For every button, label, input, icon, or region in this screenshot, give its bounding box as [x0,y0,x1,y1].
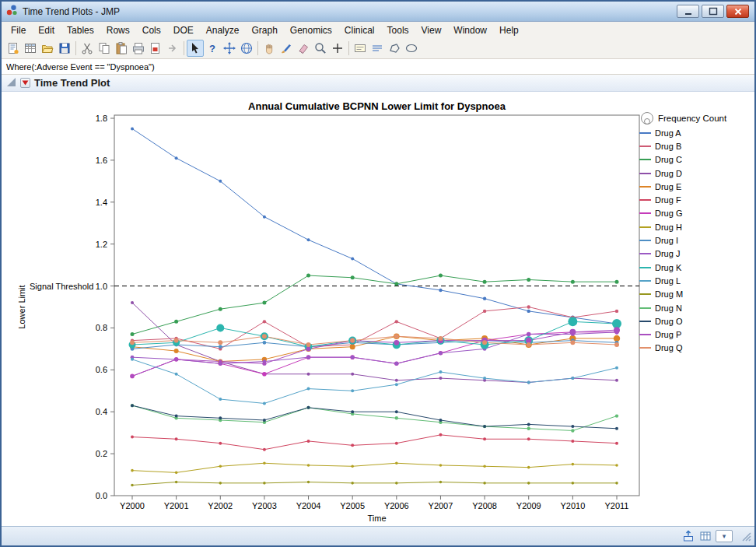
print-icon[interactable] [130,40,147,57]
disclosure-triangle-icon[interactable] [6,76,16,90]
legend-swatch [639,307,651,309]
red-triangle-menu[interactable] [20,78,30,88]
menu-rows[interactable]: Rows [100,23,136,37]
cut-icon[interactable] [79,40,96,57]
legend-label: Drug A [655,128,681,138]
svg-text:1.8: 1.8 [96,114,107,123]
toolbar: ? [2,38,754,59]
paste-icon[interactable] [113,40,130,57]
brush-icon[interactable] [278,40,295,57]
maximize-button[interactable] [702,5,724,18]
legend-item-drug-g[interactable]: Drug G [639,207,753,220]
lines-icon[interactable] [369,40,386,57]
menu-window[interactable]: Window [447,23,493,37]
menu-doe[interactable]: DOE [167,23,200,37]
window-title: Time Trend Plots - JMP [23,6,120,17]
svg-text:Y2005: Y2005 [340,501,365,510]
eraser-icon[interactable] [295,40,312,57]
legend-label: Drug I [655,236,678,245]
toolbar-separator [348,41,349,55]
menu-genomics[interactable]: Genomics [284,23,338,37]
pdf-icon[interactable] [147,40,164,57]
chart-legend: Frequency CountDrug ADrug BDrug CDrug DD… [639,110,753,355]
legend-swatch [639,173,651,174]
help-icon[interactable]: ? [204,40,221,57]
save-icon[interactable] [56,40,73,57]
data-grid-icon[interactable] [698,529,712,543]
menu-tools[interactable]: Tools [381,23,415,37]
resize-grip[interactable] [740,531,752,542]
legend-item-drug-e[interactable]: Drug E [639,180,753,193]
menu-help[interactable]: Help [493,23,525,37]
legend-item-drug-j[interactable]: Drug J [639,247,753,261]
legend-item-drug-m[interactable]: Drug M [639,288,753,301]
select-arrow-icon[interactable] [187,40,204,57]
window-select-dropdown[interactable]: ▾ [716,530,733,542]
polygon-icon[interactable] [386,40,403,57]
legend-item-drug-a[interactable]: Drug A [639,126,753,139]
script-icon[interactable] [164,40,181,57]
legend-item-drug-h[interactable]: Drug H [639,220,753,233]
legend-label: Drug L [655,276,681,286]
status-bar: ▾ [2,526,754,545]
menu-graph[interactable]: Graph [245,23,283,37]
legend-item-drug-n[interactable]: Drug N [639,301,753,314]
legend-swatch [639,280,651,282]
svg-text:Y2007: Y2007 [429,501,453,510]
svg-text:0.4: 0.4 [96,407,107,416]
svg-text:0.0: 0.0 [96,491,107,500]
grabber-icon[interactable] [261,40,278,57]
menu-file[interactable]: File [5,23,32,37]
open-icon[interactable] [39,40,56,57]
legend-item-drug-i[interactable]: Drug I [639,233,753,247]
legend-label: Drug B [655,142,681,151]
new-journal-icon[interactable] [5,40,22,57]
svg-text:Y2004: Y2004 [296,501,321,510]
svg-text:Y2009: Y2009 [516,501,541,510]
title-bar[interactable]: Time Trend Plots - JMP [2,2,754,22]
new-table-icon[interactable] [22,40,39,57]
legend-swatch [639,240,651,241]
legend-label: Drug K [655,263,681,272]
menu-tables[interactable]: Tables [61,23,100,37]
copy-icon[interactable] [96,40,113,57]
minimize-button[interactable] [677,5,699,18]
jmp-window: Time Trend Plots - JMP FileEditTablesRow… [0,0,756,547]
legend-item-drug-k[interactable]: Drug K [639,261,753,274]
menu-cols[interactable]: Cols [136,23,167,37]
legend-item-drug-l[interactable]: Drug L [639,274,753,287]
globe-icon[interactable] [238,40,255,57]
menu-analyze[interactable]: Analyze [200,23,246,37]
show-window-icon[interactable] [681,529,695,543]
svg-text:Y2001: Y2001 [164,501,189,510]
chart-area[interactable]: 0.00.20.40.60.81.01.21.41.61.8Y2000Y2001… [2,92,754,526]
legend-item-drug-d[interactable]: Drug D [639,167,753,180]
bubble-size-icon [639,110,656,126]
annotate-icon[interactable] [352,40,369,57]
legend-swatch [639,132,651,134]
legend-item-drug-o[interactable]: Drug O [639,314,753,328]
menu-view[interactable]: View [415,23,448,37]
legend-item-drug-p[interactable]: Drug P [639,328,753,341]
svg-text:Y2002: Y2002 [208,501,233,510]
legend-swatch [639,347,651,349]
menu-edit[interactable]: Edit [32,23,61,37]
toolbar-separator [75,41,76,55]
menu-clinical[interactable]: Clinical [338,23,381,37]
legend-item-drug-b[interactable]: Drug B [639,139,753,153]
magnifier-icon[interactable] [312,40,329,57]
svg-text:Y2011: Y2011 [605,501,629,510]
crosshair-icon[interactable] [329,40,346,57]
legend-label: Drug F [655,195,681,205]
close-button[interactable] [726,5,749,18]
legend-item-drug-c[interactable]: Drug C [639,153,753,167]
legend-swatch [639,321,651,322]
move-icon[interactable] [221,40,238,57]
legend-item-drug-f[interactable]: Drug F [639,193,753,206]
oval-icon[interactable] [403,40,420,57]
legend-item-drug-q[interactable]: Drug Q [639,342,753,355]
legend-swatch [639,199,651,201]
legend-swatch [639,159,651,160]
toolbar-separator [184,41,184,55]
legend-label: Drug H [655,223,682,232]
